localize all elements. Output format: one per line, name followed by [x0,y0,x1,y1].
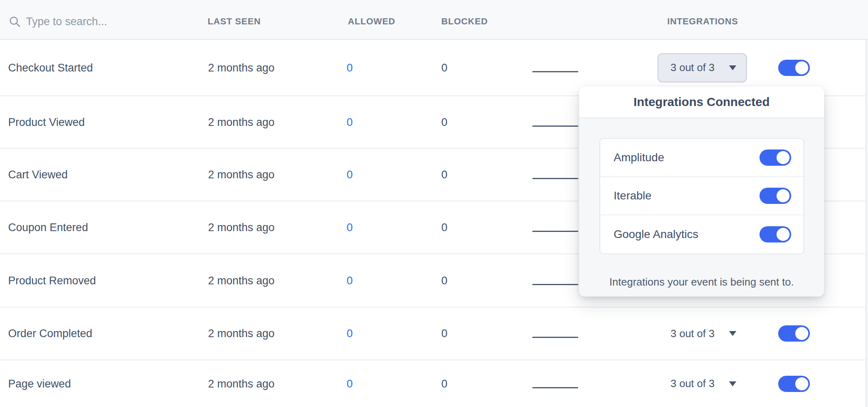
integration-row: Google Analytics [600,215,803,253]
allowed-count-link[interactable]: 0 [347,274,353,287]
toggle-knob [795,61,808,74]
page-background-strip [866,40,868,407]
event-name: Cart Viewed [8,169,68,181]
empty-value-dash [532,126,578,127]
column-header-last-seen: LAST SEEN [208,0,261,40]
search-icon [8,15,21,28]
toggle-knob [777,189,790,202]
last-seen-value: 2 months ago [208,221,275,234]
event-name: Product Viewed [8,116,85,128]
event-enabled-toggle[interactable] [778,376,810,392]
allowed-count-link[interactable]: 0 [347,221,353,234]
blocked-count: 0 [441,377,447,390]
search-input[interactable] [26,15,164,28]
integration-toggle[interactable] [760,188,791,204]
blocked-count: 0 [441,61,447,74]
allowed-count-link[interactable]: 0 [347,116,353,128]
integration-name: Amplitude [614,151,664,164]
popover-title: Integrations Connected [634,95,770,109]
table-header: LAST SEEN ALLOWED BLOCKED INTEGRATIONS [0,0,868,40]
toggle-knob [795,377,808,390]
last-seen-value: 2 months ago [208,116,275,128]
empty-value-dash [532,337,578,338]
popover-header: Integrations Connected [579,87,824,118]
integration-toggle[interactable] [760,226,791,242]
integrations-dropdown[interactable]: 3 out of 3 [658,53,747,82]
last-seen-value: 2 months ago [208,377,275,390]
integration-toggle[interactable] [760,149,791,166]
event-enabled-toggle[interactable] [778,325,810,342]
blocked-count: 0 [441,116,447,128]
integrations-popover: Integrations Connected Amplitude Iterabl… [579,87,824,297]
event-name: Product Removed [8,274,96,287]
blocked-count: 0 [441,169,447,181]
empty-value-dash [532,178,578,179]
integration-row: Iterable [600,177,803,215]
integrations-dropdown[interactable]: 3 out of 3 [658,319,747,348]
integration-list: Amplitude Iterable Google Analytics [599,138,804,254]
allowed-count-link[interactable]: 0 [347,327,353,340]
chevron-down-icon [729,331,736,336]
blocked-count: 0 [441,221,447,234]
events-page: LAST SEEN ALLOWED BLOCKED INTEGRATIONS C… [0,0,868,407]
event-name: Checkout Started [8,61,93,74]
chevron-down-icon [729,65,736,70]
empty-value-dash [532,284,578,285]
event-name: Coupon Entered [8,221,88,234]
column-header-integrations: INTEGRATIONS [667,0,738,40]
integrations-dropdown[interactable]: 3 out of 3 [658,369,747,398]
integrations-summary: 3 out of 3 [671,327,714,340]
allowed-count-link[interactable]: 0 [347,377,353,390]
event-name: Order Completed [8,327,92,340]
empty-value-dash [532,231,578,232]
toggle-knob [777,228,790,241]
integrations-summary: 3 out of 3 [671,61,714,74]
search-bar [8,0,179,40]
blocked-count: 0 [441,327,447,340]
last-seen-value: 2 months ago [208,327,275,340]
table-row: Page viewed 2 months ago 0 0 3 out of 3 [0,360,868,407]
toggle-knob [795,327,808,340]
last-seen-value: 2 months ago [208,61,275,74]
integration-row: Amplitude [600,139,803,177]
integration-name: Iterable [614,189,651,202]
last-seen-value: 2 months ago [208,169,275,181]
last-seen-value: 2 months ago [208,274,275,287]
event-enabled-toggle[interactable] [778,60,810,76]
popover-caption: Integrations your event is being sent to… [579,276,824,288]
column-header-allowed: ALLOWED [348,0,395,40]
toggle-knob [777,151,790,164]
chevron-down-icon [729,381,736,386]
column-header-blocked: BLOCKED [441,0,488,40]
allowed-count-link[interactable]: 0 [347,169,353,181]
integrations-summary: 3 out of 3 [671,377,714,390]
event-name: Page viewed [8,377,71,390]
empty-value-dash [532,387,578,388]
table-row: Order Completed 2 months ago 0 0 3 out o… [0,307,868,360]
integration-name: Google Analytics [614,228,699,241]
empty-value-dash [532,71,578,72]
allowed-count-link[interactable]: 0 [347,61,353,74]
blocked-count: 0 [441,274,447,287]
